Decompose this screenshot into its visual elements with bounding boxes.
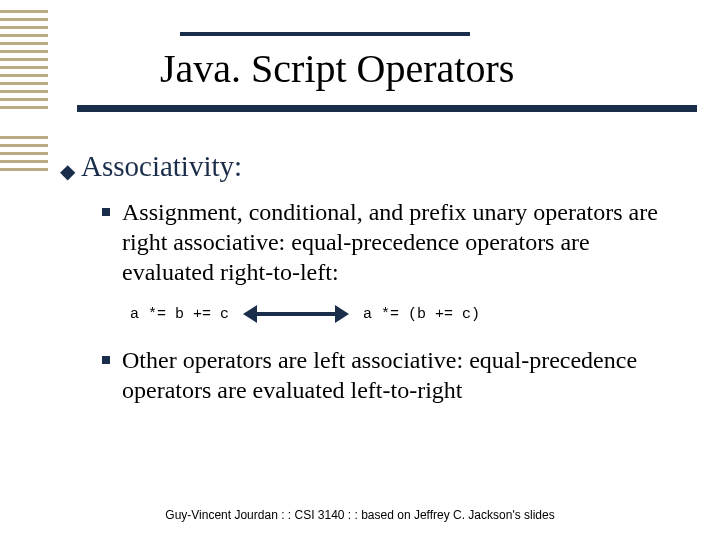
code-right: a *= (b += c): [363, 306, 480, 323]
bullet-level-1: ◆ Associativity:: [60, 150, 680, 183]
sub-bullet-1: Assignment, conditional, and prefix unar…: [102, 197, 680, 287]
double-arrow-icon: [243, 305, 349, 323]
sub-bullet-2: Other operators are left associative: eq…: [102, 345, 680, 405]
slide-footer: Guy-Vincent Jourdan : : CSI 3140 : : bas…: [0, 508, 720, 522]
square-bullet-icon: [102, 356, 110, 364]
square-bullet-icon: [102, 208, 110, 216]
slide-title: Java. Script Operators: [160, 45, 514, 92]
bullet-heading: Associativity:: [81, 150, 242, 183]
decorative-stripes-bottom: [0, 136, 48, 171]
sub-bullet-text: Assignment, conditional, and prefix unar…: [122, 197, 680, 287]
slide-content: ◆ Associativity: Assignment, conditional…: [60, 150, 680, 421]
diamond-bullet-icon: ◆: [60, 161, 75, 181]
code-equivalence-diagram: a *= b += c a *= (b += c): [130, 305, 680, 323]
decorative-stripes-top: [0, 10, 48, 109]
code-left: a *= b += c: [130, 306, 229, 323]
title-rule-top: [180, 32, 470, 36]
title-rule-bottom: [77, 105, 697, 112]
sub-bullet-text: Other operators are left associative: eq…: [122, 345, 680, 405]
